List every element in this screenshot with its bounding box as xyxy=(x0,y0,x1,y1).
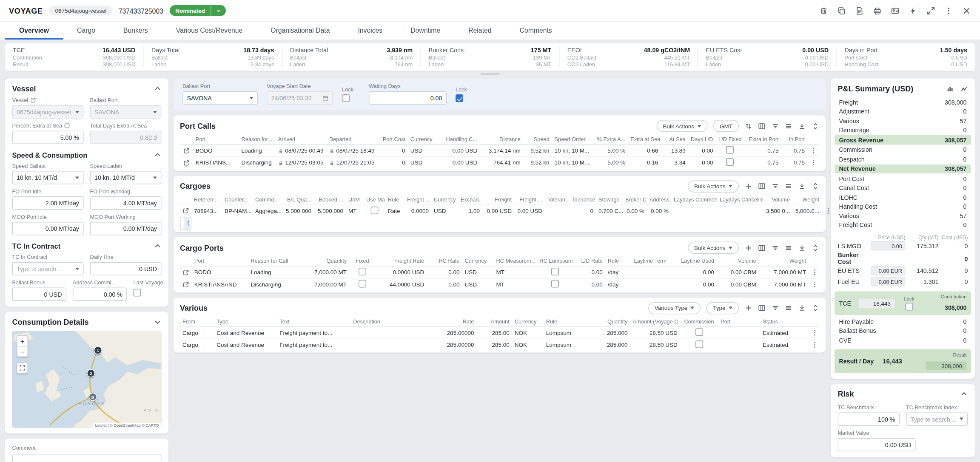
cell[interactable]: MT xyxy=(494,266,537,278)
cell[interactable]: 7,000.00 MT xyxy=(299,266,349,278)
cell[interactable]: 12/07/25 21:05 xyxy=(327,156,378,169)
info-icon[interactable] xyxy=(64,122,71,129)
cell[interactable]: 285.00 xyxy=(476,339,512,351)
cell[interactable]: 12/07/25 03:05 xyxy=(276,156,327,169)
table-row[interactable]: KRISTIANSAND Discharging 7,000.00 MT 44.… xyxy=(180,278,819,291)
cell[interactable]: Estimated xyxy=(760,339,809,351)
open-row-icon[interactable] xyxy=(183,159,190,167)
table-row[interactable]: 785932... BP-NAM... Alumini... 7,000.000… xyxy=(180,217,191,230)
type-button[interactable]: Type xyxy=(707,302,739,314)
column-header[interactable]: Departed xyxy=(327,134,378,145)
tce-input[interactable] xyxy=(858,298,895,308)
cell[interactable]: NOK xyxy=(512,339,544,351)
expand-icon[interactable] xyxy=(926,6,935,15)
cell[interactable]: 44.0000 USD xyxy=(376,278,427,291)
use-max-checkbox[interactable] xyxy=(371,207,379,214)
more-icon[interactable] xyxy=(810,147,818,154)
density-icon[interactable] xyxy=(785,122,792,130)
cell[interactable]: USD xyxy=(431,205,458,217)
tce-lock-checkbox[interactable] xyxy=(905,303,913,311)
cell[interactable]: 1.00 xyxy=(458,205,482,217)
cell[interactable]: 0.75 xyxy=(744,145,781,157)
external-link-icon[interactable] xyxy=(30,97,37,103)
column-header[interactable]: Port xyxy=(718,316,760,326)
column-header[interactable]: Counter... xyxy=(222,194,253,205)
cell[interactable]: 0.00 xyxy=(673,278,717,291)
columns-icon[interactable] xyxy=(758,244,766,252)
column-header[interactable]: Referen... xyxy=(191,194,222,205)
cell[interactable]: 0.75 xyxy=(781,156,807,169)
tab-organisational-data[interactable]: Organisational Data xyxy=(256,22,344,40)
calendar-icon[interactable] xyxy=(322,95,329,101)
column-header[interactable]: Freight ... xyxy=(514,194,545,205)
daily-hire-input[interactable] xyxy=(90,262,162,276)
column-header[interactable]: Currency xyxy=(431,194,458,205)
cell[interactable]: 0.00 xyxy=(574,278,605,291)
column-header[interactable]: Rule xyxy=(544,316,592,326)
status-chevron-down-icon[interactable] xyxy=(211,8,226,14)
column-header[interactable]: UoM xyxy=(346,194,364,205)
column-header[interactable]: Speed xyxy=(523,134,552,145)
column-header[interactable]: Booked ... xyxy=(314,194,346,205)
cell[interactable]: 5,000.000 xyxy=(282,205,314,217)
column-header[interactable]: Use Ma... xyxy=(364,194,385,205)
cell[interactable]: Discharging xyxy=(239,156,276,169)
cell[interactable]: /day xyxy=(605,278,632,291)
column-header[interactable]: B/L Qua... xyxy=(282,194,314,205)
column-header[interactable]: L/D Fixed xyxy=(716,134,745,145)
table-row[interactable]: BODO Loading 08/07/25 00:49 08/07/25 18:… xyxy=(180,145,819,157)
column-header[interactable]: Arrived xyxy=(276,134,327,145)
bulk-actions-button[interactable]: Bulk Actions xyxy=(688,180,739,193)
table-row[interactable]: KRISTIANS... Discharging 12/07/25 03:05 … xyxy=(180,156,819,169)
cell[interactable]: 0.00 % xyxy=(623,205,647,217)
column-header[interactable]: Speed Order xyxy=(552,134,594,145)
cell[interactable]: USD xyxy=(408,156,439,169)
bulk-actions-button[interactable]: Bulk Actions xyxy=(656,120,707,132)
cell[interactable]: 0 xyxy=(378,156,408,169)
column-header[interactable]: Volume xyxy=(717,256,759,266)
column-header[interactable]: Rule xyxy=(605,256,632,266)
cell[interactable]: 0 xyxy=(569,205,596,217)
tab-overview[interactable]: Overview xyxy=(5,22,63,40)
close-icon[interactable] xyxy=(962,6,971,15)
download-icon[interactable] xyxy=(798,182,806,190)
mgo-port-idle-input[interactable] xyxy=(12,222,84,235)
expand-rows-icon[interactable] xyxy=(812,304,819,312)
column-header[interactable]: Stowage xyxy=(596,194,623,205)
cell[interactable]: 28.50 USD xyxy=(630,326,680,339)
column-header[interactable]: Handling C... xyxy=(439,134,480,145)
column-header[interactable]: Tolerance xyxy=(569,194,596,205)
filter-icon[interactable] xyxy=(772,304,779,312)
zoom-out-button[interactable]: − xyxy=(17,346,28,357)
commission-checkbox[interactable] xyxy=(695,340,703,348)
cell[interactable] xyxy=(717,205,763,217)
cell[interactable]: Lumpsum xyxy=(544,339,592,351)
tab-invoices[interactable]: Invoices xyxy=(344,22,396,40)
cell[interactable]: 5.00 % xyxy=(594,156,628,169)
column-header[interactable]: Currency xyxy=(512,316,544,326)
column-header[interactable]: Address... xyxy=(647,194,671,205)
cell[interactable]: 5,000.000 xyxy=(314,205,346,217)
column-header[interactable]: Laydays Cancelling xyxy=(717,194,763,205)
column-header[interactable]: Port xyxy=(192,256,248,266)
bulk-actions-button[interactable]: Bulk Actions xyxy=(688,242,739,254)
cell[interactable] xyxy=(671,205,717,217)
cell[interactable]: 0.00 CBM xyxy=(717,278,759,291)
column-header[interactable]: Laydays Commence xyxy=(671,194,717,205)
cell[interactable]: Estimated xyxy=(760,326,809,339)
column-header[interactable]: Port xyxy=(193,134,239,145)
various-type-button[interactable]: Various Type xyxy=(648,302,701,314)
hc-lumpsum-checkbox[interactable] xyxy=(552,280,559,288)
expand-rows-icon[interactable] xyxy=(812,122,819,130)
contact-card-icon[interactable] xyxy=(891,6,900,15)
cell[interactable] xyxy=(718,339,760,351)
cell[interactable]: 285.00000 xyxy=(435,339,477,351)
cell[interactable] xyxy=(350,339,435,351)
add-icon[interactable] xyxy=(745,304,752,312)
filter-icon[interactable] xyxy=(772,244,779,252)
ballast-port-select[interactable]: SAVONA xyxy=(90,105,162,119)
density-icon[interactable] xyxy=(785,182,792,190)
column-header[interactable]: Currency xyxy=(408,134,439,145)
cell[interactable]: Lumpsum xyxy=(544,326,592,339)
column-header[interactable]: In Port xyxy=(781,134,807,145)
